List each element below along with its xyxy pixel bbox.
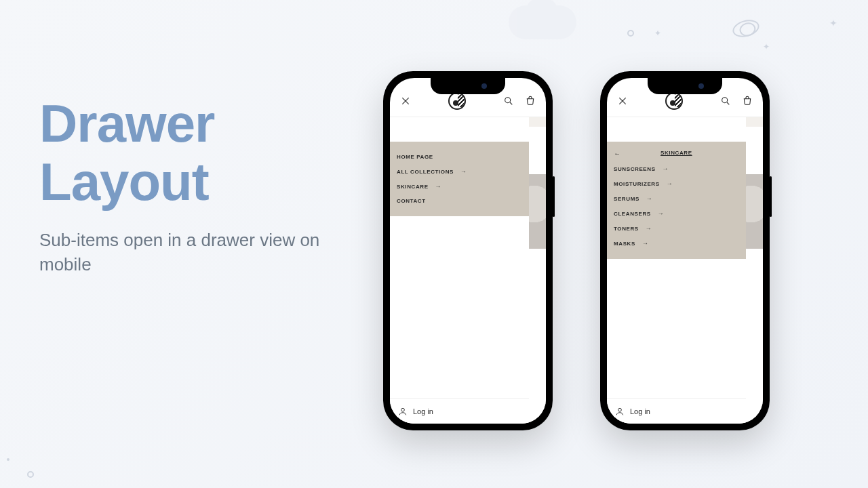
arrow-right-icon: → [663, 165, 669, 172]
app-header [607, 90, 763, 117]
arrow-right-icon: → [435, 183, 442, 190]
nav-item-label: SKINCARE [397, 184, 429, 190]
user-icon [615, 407, 625, 416]
svg-point-1 [401, 408, 405, 411]
login-label: Log in [630, 407, 650, 415]
login-link[interactable]: Log in [607, 398, 746, 424]
arrow-right-icon: → [667, 180, 673, 187]
phone-mockup-sub-menu: ← SKINCARE SUNSCREENS→MOISTURIZERS→SERUM… [600, 71, 770, 430]
page-title: Drawer Layout [39, 95, 338, 211]
cart-icon[interactable] [524, 95, 536, 107]
nav-item[interactable]: SUNSCREENS→ [614, 161, 739, 176]
arrow-right-icon: → [642, 240, 649, 247]
nav-drawer-sub: ← SKINCARE SUNSCREENS→MOISTURIZERS→SERUM… [607, 117, 746, 424]
nav-item-label: HOME PAGE [397, 154, 433, 160]
nav-item[interactable]: SKINCARE→ [397, 179, 522, 194]
svg-point-2 [722, 97, 728, 102]
nav-item-label: MOISTURIZERS [614, 181, 660, 187]
arrow-right-icon: → [460, 168, 467, 175]
arrow-right-icon: → [646, 195, 653, 202]
svg-point-0 [505, 97, 511, 102]
nav-item-label: TONERS [614, 226, 639, 232]
nav-drawer: HOME PAGEALL COLLECTIONS→SKINCARE→CONTAC… [390, 117, 529, 424]
search-icon[interactable] [502, 95, 515, 107]
brand-logo[interactable] [665, 92, 683, 110]
back-icon[interactable]: ← [614, 150, 620, 157]
nav-item[interactable]: HOME PAGE [397, 150, 522, 164]
login-link[interactable]: Log in [390, 398, 529, 424]
nav-item[interactable]: CONTACT [397, 194, 522, 208]
login-label: Log in [413, 407, 433, 415]
nav-item[interactable]: CLEANSERS→ [614, 206, 739, 221]
nav-item[interactable]: TONERS→ [614, 221, 739, 236]
close-icon[interactable] [399, 95, 412, 107]
brand-logo[interactable] [448, 92, 466, 110]
nav-item[interactable]: MOISTURIZERS→ [614, 176, 739, 191]
nav-item-label: CLEANSERS [614, 211, 651, 217]
nav-item-label: SUNSCREENS [614, 166, 656, 172]
search-icon[interactable] [719, 95, 732, 107]
arrow-right-icon: → [646, 225, 652, 232]
nav-item[interactable]: SERUMS→ [614, 191, 739, 206]
nav-item-label: SERUMS [614, 196, 639, 202]
cart-icon[interactable] [741, 95, 753, 107]
feature-description: Drawer Layout Sub-items open in a drawer… [39, 95, 338, 277]
drawer-parent-title[interactable]: SKINCARE [660, 150, 692, 156]
nav-item-label: ALL COLLECTIONS [397, 169, 454, 175]
page-behind-drawer [746, 117, 763, 424]
arrow-right-icon: → [658, 210, 665, 217]
page-behind-drawer [529, 117, 546, 424]
user-icon [398, 407, 408, 416]
nav-item-label: CONTACT [397, 198, 426, 204]
nav-item[interactable]: MASKS→ [614, 236, 739, 251]
phone-mockup-main-menu: HOME PAGEALL COLLECTIONS→SKINCARE→CONTAC… [383, 71, 553, 430]
close-icon[interactable] [616, 95, 629, 107]
app-header [390, 90, 546, 117]
nav-item[interactable]: ALL COLLECTIONS→ [397, 164, 522, 179]
page-subtitle: Sub-items open in a drawer view on mobil… [39, 228, 338, 277]
svg-point-3 [618, 408, 622, 411]
nav-item-label: MASKS [614, 241, 635, 247]
